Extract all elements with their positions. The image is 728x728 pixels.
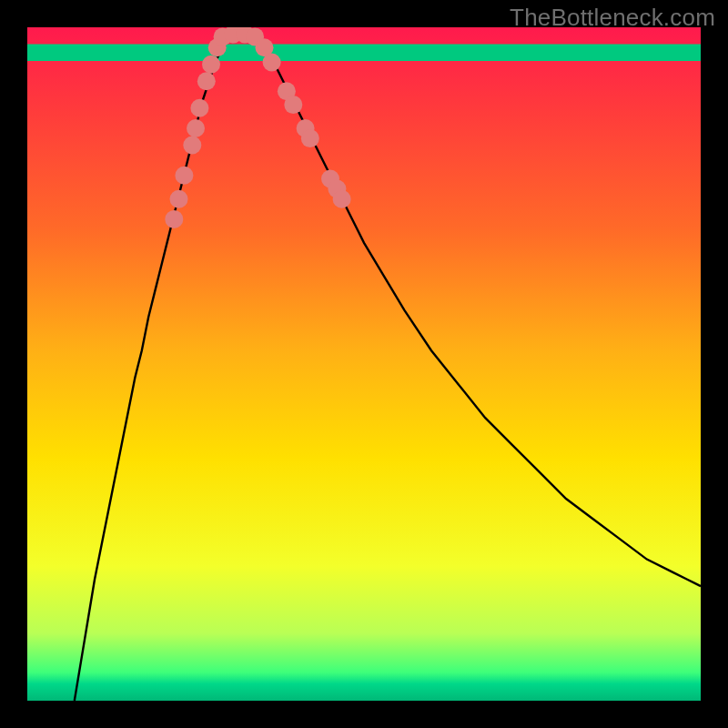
green-band: [27, 45, 701, 62]
curve-marker: [263, 54, 281, 72]
curve-marker: [165, 210, 183, 228]
curve-marker: [333, 190, 351, 208]
curve-marker: [202, 56, 220, 74]
curve-marker: [170, 190, 188, 208]
curve-marker: [197, 72, 216, 90]
curve-marker: [301, 129, 319, 147]
chart-svg: [27, 27, 701, 701]
curve-marker: [190, 99, 208, 117]
gradient-background: [27, 27, 701, 701]
curve-marker: [175, 167, 193, 185]
curve-marker: [187, 119, 205, 137]
chart-frame: TheBottleneck.com: [0, 0, 728, 728]
plot-area: [27, 27, 701, 701]
curve-marker: [183, 136, 201, 155]
curve-marker: [284, 96, 302, 114]
